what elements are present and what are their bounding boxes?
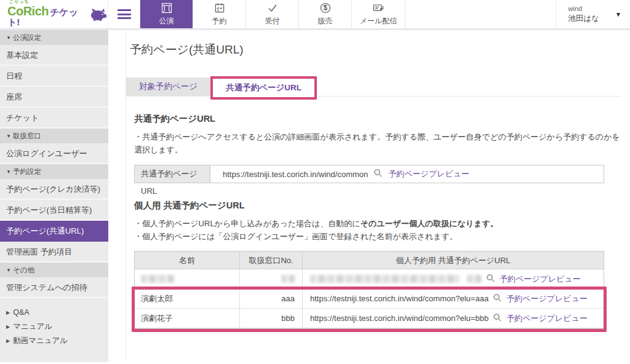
sidebar-link-label: マニュアル [13, 322, 52, 331]
cell-name: 演劇花子 [135, 309, 240, 328]
sidebar-item-seats[interactable]: 座席 [0, 87, 108, 108]
app-header: こりっちCoRichチケット! 公演 予約 受付 [0, 0, 630, 30]
redacted-text [281, 275, 295, 283]
sidebar-section-others[interactable]: ▼その他 [0, 263, 108, 277]
hamburger-menu-button[interactable] [108, 0, 140, 28]
tab-common-reservation-url[interactable]: 共通予約ページURL [213, 79, 314, 97]
nav-tab-checkin[interactable]: 受付 [245, 0, 298, 28]
caret-right-icon: ▶ [6, 338, 10, 344]
sidebar-section-reservation-settings[interactable]: ▼予約設定 [0, 164, 108, 179]
column-header-name: 名前 [135, 251, 240, 269]
section-description: ・共通予約ページへアクセスすると公演の詳細画面が表示されます。予約する際、ユーザ… [134, 130, 621, 156]
nav-tab-performance[interactable]: 公演 [140, 0, 193, 28]
tab-target-reservation-pages[interactable]: 対象予約ページ [126, 77, 210, 96]
sidebar-link-qa[interactable]: ▶Q&A [6, 306, 108, 320]
description-text: ・個人予約ページURLから申し込みがあった場合は、自動的に [134, 219, 361, 228]
logo-furigana: こりっち [9, 0, 30, 4]
caret-down-icon: ▼ [6, 133, 11, 139]
sidebar-section-label: 取扱窓口 [13, 132, 41, 140]
sidebar-link-video-manual[interactable]: ▶動画マニュアル [6, 334, 108, 348]
user-menu[interactable]: wind 池田はな ▼ [556, 0, 630, 28]
sidebar-item-reservation-page-common-url[interactable]: 予約ページ(共通URL) [0, 221, 108, 242]
caret-right-icon: ▶ [6, 324, 10, 330]
description-line-2: ・個人予約ページには「公演ログインユーザー」画面で登録された名前が表示されます。 [134, 230, 621, 243]
search-icon [493, 313, 502, 324]
sidebar-section-label: 公演設定 [13, 34, 41, 41]
common-url-table: 共通予約ページURL https://testniji.test.corich.… [134, 165, 604, 183]
nav-tab-mail[interactable]: メール配信 [351, 0, 405, 28]
sidebar-section-performance-settings[interactable]: ▼公演設定 [0, 30, 108, 45]
sidebar-item-basic-settings[interactable]: 基本設定 [0, 45, 108, 66]
column-header-personal-url: 個人予約用 共通予約ページURL [303, 251, 604, 269]
tab-bar: 対象予約ページ 共通予約ページURL [126, 72, 621, 97]
cell-name [135, 269, 240, 288]
personal-url-text: https://testniji.test.corich.in/wind/com… [310, 314, 488, 323]
sidebar-section-label: 予約設定 [13, 168, 41, 175]
description-line-1: ・個人予約ページURLから申し込みがあった場合は、自動的にそのユーザー個人の取扱… [134, 217, 621, 230]
preview-page-link[interactable]: 予約ページプレビュー [506, 293, 588, 304]
section-heading: 共通予約ページURL [134, 113, 621, 125]
cell-name: 演劇太郎 [135, 289, 240, 308]
sidebar-item-schedule[interactable]: 日程 [0, 66, 108, 87]
sidebar-link-manual[interactable]: ▶マニュアル [6, 320, 108, 334]
sidebar-item-label: 公演ログインユーザー [6, 149, 87, 158]
cell-personal-url: 予約ページプレビュー [303, 269, 604, 288]
section-heading: 個人用 共通予約ページURL [134, 200, 621, 212]
sidebar-item-login-users[interactable]: 公演ログインユーザー [0, 143, 108, 164]
user-info: wind 池田はな [568, 4, 600, 25]
caret-down-icon: ▼ [6, 35, 11, 41]
table-row: 予約ページプレビュー [135, 269, 604, 289]
sidebar-item-admin-reservation-fields[interactable]: 管理画面 予約項目 [0, 242, 108, 263]
sidebar-item-label: 予約ページ(当日精算等) [6, 205, 92, 215]
nav-tab-label: メール配信 [360, 16, 397, 26]
logo-brand: CoRich [7, 4, 49, 18]
check-icon [266, 2, 279, 14]
sidebar-item-label: チケット [6, 113, 39, 122]
sidebar-item-reservation-page-creditcard[interactable]: 予約ページ(クレカ決済等) [0, 179, 108, 200]
nav-tab-label: 販売 [318, 16, 333, 26]
app-logo[interactable]: こりっちCoRichチケット! [0, 0, 108, 28]
sidebar-item-tickets[interactable]: チケット [0, 108, 108, 129]
section-description: ・個人予約ページURLから申し込みがあった場合は、自動的にそのユーザー個人の取扱… [134, 217, 621, 243]
table-row: 演劇太郎 aaa https://testniji.test.corich.in… [135, 289, 604, 309]
dollar-circle-icon [319, 2, 332, 14]
nav-tab-reservation[interactable]: 予約 [193, 0, 245, 28]
table-row: 演劇花子 bbb https://testniji.test.corich.in… [135, 309, 604, 328]
nav-tab-sales[interactable]: 販売 [298, 0, 351, 28]
redacted-text [310, 275, 459, 283]
description-text-bold: そのユーザー個人の取扱になります。 [361, 219, 498, 228]
annotation-box-tab: 共通予約ページURL [210, 76, 317, 100]
sidebar-section-handling-counter[interactable]: ▼取扱窓口 [0, 129, 108, 143]
cell-counter-no [240, 269, 303, 288]
sidebar-links: ▶Q&A ▶マニュアル ▶動画マニュアル [0, 298, 108, 348]
main-nav: 公演 予約 受付 販売 メール配信 [140, 0, 405, 28]
sidebar-link-label: Q&A [13, 308, 29, 317]
sidebar-item-label: 予約ページ(共通URL) [6, 226, 84, 235]
sidebar: ▼公演設定 基本設定 日程 座席 チケット ▼取扱窓口 公演ログインユーザー ▼… [0, 30, 108, 362]
sidebar-item-label: 管理画面 予約項目 [6, 247, 73, 256]
section-common-url: 共通予約ページURL ・共通予約ページへアクセスすると公演の詳細画面が表示されま… [134, 113, 621, 183]
search-icon [493, 293, 502, 304]
personal-url-text: https://testniji.test.corich.in/wind/com… [310, 294, 488, 303]
cell-counter-no: aaa [240, 289, 303, 308]
sidebar-item-label: 予約ページ(クレカ決済等) [6, 184, 100, 194]
sidebar-item-reservation-page-onsite[interactable]: 予約ページ(当日精算等) [0, 200, 108, 221]
logo-text: こりっちCoRichチケット! [7, 1, 87, 27]
user-name: 池田はな [568, 14, 600, 25]
table-header-row: 名前 取扱窓口No. 個人予約用 共通予約ページURL [135, 251, 604, 269]
preview-page-link[interactable]: 予約ページプレビュー [506, 313, 588, 324]
common-url-value: https://testniji.test.corich.in/wind/com… [210, 165, 469, 183]
personal-url-table: 名前 取扱窓口No. 個人予約用 共通予約ページURL 予約ページプレビュー [134, 251, 604, 329]
sidebar-item-system-invitation[interactable]: 管理システムへの招待 [0, 277, 108, 298]
sidebar-item-label: 管理システムへの招待 [6, 283, 87, 292]
mail-icon [372, 2, 385, 14]
sidebar-item-label: 日程 [6, 71, 22, 81]
caret-down-icon: ▼ [6, 169, 11, 175]
stage-curtain-icon [161, 2, 173, 14]
preview-page-link[interactable]: 予約ページプレビュー [388, 168, 469, 180]
page-title: 予約ページ(共通URL) [130, 42, 621, 58]
preview-page-link[interactable]: 予約ページプレビュー [500, 274, 581, 285]
nav-tab-label: 受付 [265, 16, 280, 26]
chevron-down-icon[interactable]: ▼ [599, 11, 621, 18]
mascot-pig-icon [89, 7, 108, 24]
